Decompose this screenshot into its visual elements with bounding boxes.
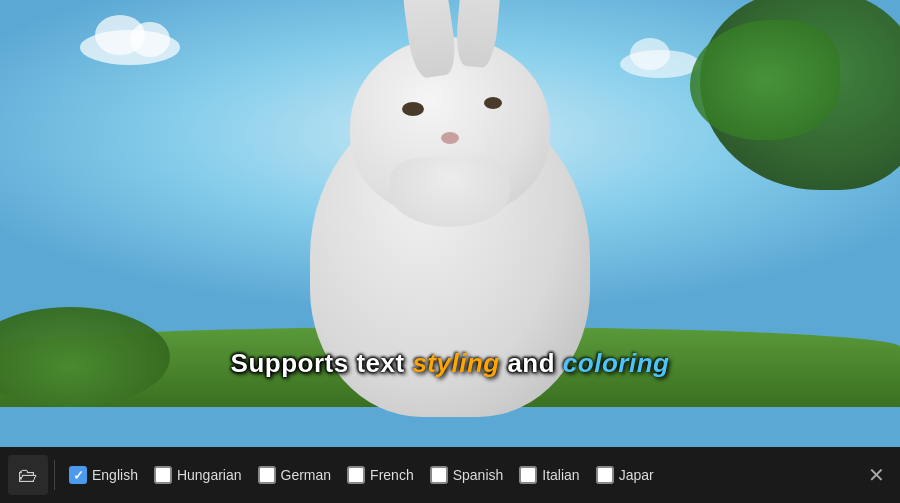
bunny-ear-right	[454, 0, 506, 68]
cloud-1	[80, 30, 180, 65]
bottom-bar: 🗁 EnglishHungarianGermanFrenchSpanishIta…	[0, 447, 900, 503]
checkbox-french[interactable]	[347, 466, 365, 484]
checkbox-spanish[interactable]	[430, 466, 448, 484]
lang-item-german[interactable]: German	[250, 462, 340, 488]
lang-label-japanese: Japar	[619, 467, 654, 483]
language-list: EnglishHungarianGermanFrenchSpanishItali…	[61, 462, 662, 488]
lang-label-italian: Italian	[542, 467, 579, 483]
subtitle-word1: styling	[412, 348, 499, 378]
subtitle-overlay: Supports text styling and coloring	[0, 340, 900, 387]
close-button[interactable]: ✕	[860, 459, 892, 491]
lang-label-german: German	[281, 467, 332, 483]
lang-label-spanish: Spanish	[453, 467, 504, 483]
lang-item-hungarian[interactable]: Hungarian	[146, 462, 250, 488]
checkbox-italian[interactable]	[519, 466, 537, 484]
checkbox-hungarian[interactable]	[154, 466, 172, 484]
checkbox-german[interactable]	[258, 466, 276, 484]
bunny-nose	[441, 132, 459, 144]
checkbox-japanese[interactable]	[596, 466, 614, 484]
folder-button[interactable]: 🗁	[8, 455, 48, 495]
lang-item-french[interactable]: French	[339, 462, 422, 488]
divider-1	[54, 460, 55, 490]
subtitle-word2: coloring	[563, 348, 670, 378]
lang-label-english: English	[92, 467, 138, 483]
app: Supports text styling and coloring 🗁 Eng…	[0, 0, 900, 503]
bunny-head	[350, 37, 550, 217]
subtitle-prefix: Supports text	[231, 348, 413, 378]
lang-item-spanish[interactable]: Spanish	[422, 462, 512, 488]
bunny-eye-right	[484, 97, 502, 109]
video-area: Supports text styling and coloring	[0, 0, 900, 447]
lang-label-french: French	[370, 467, 414, 483]
checkbox-english[interactable]	[69, 466, 87, 484]
lang-item-italian[interactable]: Italian	[511, 462, 587, 488]
bunny-chin	[390, 157, 510, 227]
subtitle-middle: and	[500, 348, 563, 378]
lang-item-english[interactable]: English	[61, 462, 146, 488]
subtitle-text: Supports text styling and coloring	[231, 348, 670, 378]
bunny-ear-left	[396, 0, 459, 79]
lang-label-hungarian: Hungarian	[177, 467, 242, 483]
close-icon: ✕	[868, 463, 885, 487]
folder-icon: 🗁	[18, 464, 38, 487]
lang-item-japanese[interactable]: Japar	[588, 462, 662, 488]
bunny-eye-left	[402, 102, 424, 116]
